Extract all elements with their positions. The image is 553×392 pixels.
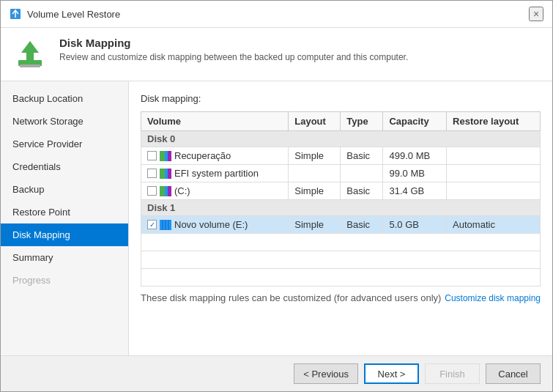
cell-capacity: 5.0 GB — [383, 216, 447, 234]
cell-type: Basic — [341, 147, 383, 165]
row-checkbox[interactable] — [147, 186, 157, 196]
empty-row — [141, 234, 541, 251]
main-window: Volume Level Restore × Disk Mapping Revi… — [0, 0, 553, 392]
cancel-button[interactable]: Cancel — [486, 363, 541, 384]
svg-rect-12 — [168, 186, 171, 196]
cell-volume: (C:) — [141, 182, 289, 200]
sidebar-item-backup-location[interactable]: Backup Location — [1, 87, 128, 110]
cell-volume: Recuperação — [141, 147, 289, 165]
section-title: Disk mapping: — [141, 93, 541, 104]
cell-layout: Simple — [289, 147, 341, 165]
volume-icon-efi — [160, 169, 171, 179]
empty-row — [141, 269, 541, 286]
table-row[interactable]: Recuperação Simple Basic 499.0 MB — [141, 147, 541, 165]
table-header-row: Volume Layout Type Capacity Restore layo… — [141, 112, 541, 131]
sidebar-item-network-storage[interactable]: Network Storage — [1, 110, 128, 133]
header-title: Disk Mapping — [59, 37, 408, 49]
svg-rect-7 — [160, 169, 165, 179]
disk-group-label: Disk 0 — [141, 131, 541, 147]
volume-icon-recuperacao — [160, 151, 171, 161]
title-bar-left: Volume Level Restore — [10, 8, 120, 20]
disk-group-disk1: Disk 1 — [141, 200, 541, 216]
cell-volume: Novo volume (E:) — [141, 216, 289, 234]
cell-restore-layout: Automatic — [447, 216, 541, 234]
empty-row — [141, 251, 541, 269]
sidebar: Backup Location Network Storage Service … — [1, 81, 129, 355]
svg-rect-5 — [165, 151, 168, 161]
svg-rect-6 — [168, 151, 171, 161]
button-bar: < Previous Next > Finish Cancel — [1, 355, 552, 391]
svg-rect-4 — [160, 151, 165, 161]
row-checkbox[interactable] — [147, 220, 157, 229]
next-button[interactable]: Next > — [364, 363, 419, 384]
disk-mapping-table: Volume Layout Type Capacity Restore layo… — [141, 111, 541, 286]
svg-marker-2 — [21, 41, 39, 60]
sidebar-item-service-provider[interactable]: Service Provider — [1, 133, 128, 155]
cell-layout: Simple — [289, 182, 341, 200]
window-icon — [10, 8, 21, 20]
cell-type: Basic — [341, 182, 383, 200]
cell-capacity: 99.0 MB — [383, 165, 447, 182]
volume-icon-c — [160, 186, 171, 196]
volume-name: EFI system partition — [174, 168, 259, 179]
main-content: Disk mapping: Volume Layout Type Capacit… — [129, 81, 552, 355]
title-bar: Volume Level Restore × — [1, 1, 552, 28]
svg-rect-11 — [165, 186, 168, 196]
finish-button: Finish — [425, 363, 480, 384]
header-icon — [12, 37, 48, 72]
table-row[interactable]: (C:) Simple Basic 31.4 GB — [141, 182, 541, 200]
sidebar-item-backup[interactable]: Backup — [1, 178, 128, 201]
content-area: Backup Location Network Storage Service … — [1, 81, 552, 355]
arrow-up-icon — [14, 38, 46, 70]
header-description: Review and customize disk mapping betwee… — [59, 52, 408, 62]
cell-layout: Simple — [289, 216, 341, 234]
col-layout: Layout — [289, 112, 341, 131]
svg-rect-8 — [165, 169, 168, 179]
volume-icon-e — [160, 220, 171, 230]
previous-button[interactable]: < Previous — [294, 363, 358, 384]
row-checkbox[interactable] — [147, 151, 157, 160]
cell-capacity: 31.4 GB — [383, 182, 447, 200]
table-row[interactable]: EFI system partition 99.0 MB — [141, 165, 541, 182]
sidebar-item-credentials[interactable]: Credentials — [1, 155, 128, 178]
cell-volume: EFI system partition — [141, 165, 289, 182]
sidebar-item-progress: Progress — [1, 269, 128, 292]
header-section: Disk Mapping Review and customize disk m… — [1, 28, 552, 81]
cell-restore-layout — [447, 182, 541, 200]
disk-group-disk0: Disk 0 — [141, 131, 541, 147]
cell-capacity: 499.0 MB — [383, 147, 447, 165]
col-capacity: Capacity — [383, 112, 447, 131]
col-volume: Volume — [141, 112, 289, 131]
disk-group-label: Disk 1 — [141, 200, 541, 216]
cell-restore-layout — [447, 165, 541, 182]
close-button[interactable]: × — [529, 7, 543, 21]
header-text: Disk Mapping Review and customize disk m… — [59, 37, 408, 62]
sidebar-item-summary[interactable]: Summary — [1, 246, 128, 269]
svg-rect-9 — [168, 169, 171, 179]
volume-name: (C:) — [174, 185, 190, 196]
cell-type — [341, 165, 383, 182]
sidebar-item-restore-point[interactable]: Restore Point — [1, 201, 128, 223]
svg-rect-10 — [160, 186, 165, 196]
customize-link[interactable]: Customize disk mapping — [445, 293, 541, 303]
row-checkbox[interactable] — [147, 169, 157, 178]
volume-name: Recuperação — [174, 150, 231, 161]
col-restore-layout: Restore layout — [447, 112, 541, 131]
svg-rect-3 — [20, 64, 40, 67]
sidebar-item-disk-mapping[interactable]: Disk Mapping — [1, 223, 128, 246]
cell-restore-layout — [447, 147, 541, 165]
volume-name: Novo volume (E:) — [174, 219, 248, 230]
window-title: Volume Level Restore — [27, 9, 120, 20]
footer-note-area: These disk mapping rules can be customiz… — [141, 292, 541, 303]
table-row[interactable]: Novo volume (E:) Simple Basic 5.0 GB Aut… — [141, 216, 541, 234]
cell-type: Basic — [341, 216, 383, 234]
footer-note-text: These disk mapping rules can be customiz… — [141, 292, 441, 303]
col-type: Type — [341, 112, 383, 131]
cell-layout — [289, 165, 341, 182]
